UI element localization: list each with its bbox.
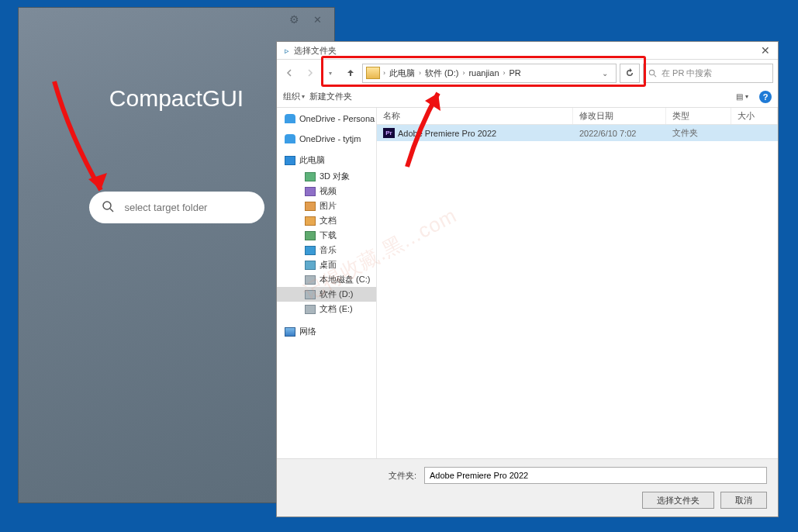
- file-list: 名称 修改日期 类型 大小 Pr Adobe Premiere Pro 2022…: [377, 108, 778, 458]
- folder-field-label: 文件夹:: [381, 470, 416, 482]
- music-icon: [305, 246, 316, 255]
- drive-icon: [305, 305, 316, 314]
- file-type: 文件夹: [666, 127, 731, 139]
- tree-label: 桌面: [320, 259, 337, 271]
- dialog-title: 选择文件夹: [294, 45, 337, 57]
- close-icon[interactable]: ✕: [313, 14, 322, 26]
- search-placeholder: 在 PR 中搜索: [662, 67, 712, 79]
- compactgui-titlebar: ⚙ ✕: [19, 8, 334, 31]
- tree-label: 文档 (E:): [320, 303, 353, 315]
- pc-icon: [285, 156, 295, 165]
- folder-search-input[interactable]: [125, 202, 255, 213]
- search-icon: [648, 69, 657, 78]
- tree-pictures[interactable]: 图片: [277, 199, 376, 213]
- address-dropdown-icon[interactable]: ⌄: [597, 69, 613, 78]
- tree-3d-objects[interactable]: 3D 对象: [277, 169, 376, 184]
- tree-label: 软件 (D:): [320, 288, 353, 300]
- file-name: Adobe Premiere Pro 2022: [398, 129, 496, 138]
- tree-label: 视频: [320, 185, 337, 197]
- address-bar[interactable]: › 此电脑 › 软件 (D:) › ruanjian › PR ⌄: [362, 64, 617, 83]
- col-size-header[interactable]: 大小: [731, 108, 778, 124]
- drive-icon: [305, 290, 316, 299]
- tree-onedrive-tytjm[interactable]: OneDrive - tytjm: [277, 133, 376, 145]
- tree-this-pc[interactable]: 此电脑: [277, 153, 376, 168]
- drive-icon: [305, 275, 316, 285]
- dialog-toolbar: 组织 ▾ 新建文件夹 ▤ ▾ ?: [277, 86, 778, 108]
- download-icon: [305, 231, 316, 240]
- col-name-header[interactable]: 名称: [377, 108, 573, 124]
- svg-point-0: [103, 202, 111, 209]
- tree-label: 3D 对象: [320, 171, 350, 182]
- breadcrumb-item[interactable]: 软件 (D:): [423, 67, 461, 79]
- col-date-header[interactable]: 修改日期: [573, 108, 666, 124]
- image-icon: [305, 202, 316, 211]
- breadcrumb-item[interactable]: 此电脑: [387, 67, 417, 79]
- nav-forward-button: [302, 64, 319, 81]
- tree-label: 此电脑: [299, 154, 325, 166]
- svg-point-3: [649, 70, 654, 74]
- tree-onedrive-personal[interactable]: OneDrive - Persona: [277, 112, 376, 125]
- dialog-titlebar: ▹ 选择文件夹 ✕: [277, 42, 778, 60]
- tree-music[interactable]: 音乐: [277, 243, 376, 257]
- new-folder-label: 新建文件夹: [309, 91, 352, 102]
- tree-documents[interactable]: 文档: [277, 213, 376, 228]
- chevron-right-icon: ›: [419, 69, 421, 77]
- view-mode-button[interactable]: ▤ ▾: [736, 92, 748, 101]
- search-box[interactable]: 在 PR 中搜索: [643, 64, 773, 83]
- tree-downloads[interactable]: 下载: [277, 228, 376, 243]
- tree-videos[interactable]: 视频: [277, 184, 376, 199]
- tree-label: 网络: [299, 326, 316, 337]
- nav-recent-button[interactable]: ▾: [322, 64, 339, 81]
- document-icon: [305, 216, 316, 226]
- dialog-footer: 文件夹: 选择文件夹 取消: [277, 458, 778, 516]
- address-row: ▾ › 此电脑 › 软件 (D:) › ruanjian › PR ⌄ 在 PR…: [277, 60, 778, 86]
- video-icon: [305, 187, 316, 196]
- tree-label: OneDrive - tytjm: [299, 134, 361, 143]
- file-date: 2022/6/10 7:02: [573, 129, 666, 138]
- tree-network[interactable]: 网络: [277, 324, 376, 339]
- tree-desktop[interactable]: 桌面: [277, 257, 376, 272]
- file-list-header: 名称 修改日期 类型 大小: [377, 108, 778, 125]
- dialog-body: OneDrive - Persona OneDrive - tytjm 此电脑 …: [277, 108, 778, 458]
- folder-icon: [366, 67, 380, 79]
- nav-back-button[interactable]: [282, 64, 299, 81]
- tree-label: 本地磁盘 (C:): [320, 274, 370, 285]
- premiere-icon: Pr: [383, 128, 395, 138]
- svg-line-1: [110, 209, 113, 212]
- tree-label: 图片: [320, 200, 337, 212]
- search-icon: [102, 200, 114, 215]
- tree-label: OneDrive - Persona: [299, 114, 375, 123]
- folder-name-input[interactable]: [424, 467, 767, 484]
- tree-drive-d[interactable]: 软件 (D:): [277, 287, 376, 302]
- chevron-right-icon: ›: [503, 69, 506, 77]
- tree-label: 下载: [320, 230, 337, 241]
- cloud-icon: [285, 114, 295, 123]
- cloud-icon: [285, 134, 295, 143]
- close-icon[interactable]: ✕: [761, 44, 770, 57]
- organize-button[interactable]: 组织 ▾: [283, 91, 305, 102]
- nav-up-button[interactable]: [342, 64, 359, 81]
- breadcrumb-item[interactable]: ruanjian: [466, 68, 501, 78]
- cube-icon: [305, 172, 316, 181]
- chevron-down-icon: ▾: [302, 93, 305, 100]
- breadcrumb-item[interactable]: PR: [507, 68, 523, 78]
- svg-line-4: [654, 74, 656, 77]
- folder-picker-dialog: ▹ 选择文件夹 ✕ ▾ › 此电脑 › 软件 (D:) › ruanjian ›…: [276, 41, 779, 517]
- select-folder-button[interactable]: 选择文件夹: [642, 492, 714, 509]
- nav-tree: OneDrive - Persona OneDrive - tytjm 此电脑 …: [277, 108, 377, 458]
- tree-drive-c[interactable]: 本地磁盘 (C:): [277, 272, 376, 287]
- help-icon[interactable]: ?: [759, 91, 772, 103]
- organize-label: 组织: [283, 91, 300, 102]
- refresh-button[interactable]: [620, 64, 640, 83]
- col-type-header[interactable]: 类型: [666, 108, 731, 124]
- cancel-button[interactable]: 取消: [720, 492, 767, 509]
- tree-drive-e[interactable]: 文档 (E:): [277, 302, 376, 316]
- new-folder-button[interactable]: 新建文件夹: [309, 91, 352, 102]
- desktop-icon: [305, 261, 316, 270]
- settings-icon[interactable]: ⚙: [289, 13, 299, 26]
- chevron-right-icon: ›: [462, 69, 465, 77]
- select-folder-bar[interactable]: [89, 192, 264, 223]
- file-row[interactable]: Pr Adobe Premiere Pro 2022 2022/6/10 7:0…: [377, 125, 778, 141]
- tree-label: 音乐: [320, 244, 337, 256]
- tree-label: 文档: [320, 215, 337, 226]
